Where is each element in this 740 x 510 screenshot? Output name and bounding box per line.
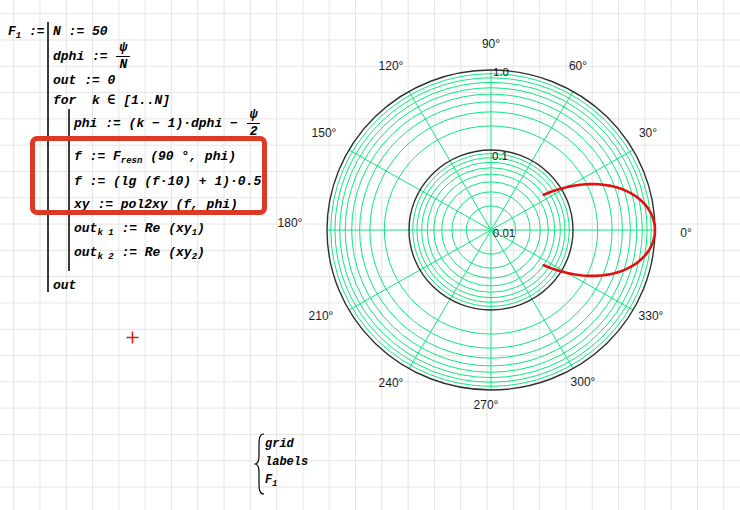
- math-text: := Re (xy: [114, 246, 192, 259]
- math-text: dphi :=: [53, 50, 115, 63]
- program-line-5[interactable]: phi := (k − 1)·dphi − ψ2: [74, 108, 261, 138]
- annotation-highlight-box: [30, 136, 267, 215]
- subscript: 1: [192, 229, 197, 238]
- plot-legend[interactable]: gridlabelsF1: [248, 430, 368, 500]
- math-text: F: [8, 25, 16, 38]
- polar-angle-label: 180°: [278, 216, 303, 230]
- legend-row-3: F1: [265, 472, 277, 488]
- fraction-numerator: ψ: [116, 41, 130, 57]
- polar-radial-label: 0.1: [492, 150, 508, 162]
- math-text: phi := (k − 1)·dphi −: [74, 117, 246, 130]
- math-text: F: [265, 474, 272, 486]
- polar-angle-label: 30°: [639, 126, 657, 140]
- program-name-label[interactable]: F1 :=: [8, 22, 52, 40]
- math-text: ): [197, 222, 205, 235]
- insertion-cursor-cross: [126, 331, 139, 344]
- math-text: out: [74, 246, 97, 259]
- math-text: labels: [265, 456, 308, 468]
- polar-angle-label: 150°: [312, 126, 337, 140]
- legend-row-2: labels: [265, 454, 308, 470]
- fraction-denominator: N: [119, 57, 127, 72]
- math-text: out := 0: [53, 74, 115, 87]
- subscript: 1: [16, 32, 21, 41]
- math-text: :=: [21, 25, 52, 38]
- polar-angle-label: 120°: [379, 59, 404, 73]
- subscript: k 1: [97, 229, 113, 238]
- polar-plot-region[interactable]: 0°30°60°90°120°150°180°210°240°270°300°3…: [270, 10, 732, 442]
- polar-angle-label: 300°: [571, 375, 596, 389]
- math-text: := Re (xy: [114, 222, 192, 235]
- polar-radial-label: 1.0: [493, 66, 509, 78]
- polar-angle-label: 330°: [639, 309, 664, 323]
- polar-angle-label: 90°: [482, 37, 500, 51]
- math-text: grid: [265, 438, 294, 450]
- math-text: out: [53, 279, 76, 292]
- fraction: ψ2: [247, 108, 261, 138]
- fraction-numerator: ψ: [247, 108, 261, 124]
- program-line-3[interactable]: out := 0: [53, 71, 115, 89]
- math-text: ): [197, 246, 205, 259]
- program-line-4[interactable]: for k ∈ [1..N]: [53, 91, 170, 109]
- program-line-9[interactable]: outk 1 := Re (xy1): [74, 219, 205, 237]
- subscript: 2: [192, 253, 197, 262]
- polar-angle-label: 0°: [680, 226, 692, 240]
- math-text: for k ∈ [1..N]: [53, 94, 170, 107]
- polar-angle-label: 240°: [379, 376, 404, 390]
- legend-row-1: grid: [265, 436, 294, 452]
- polar-radial-label: 0.01: [493, 227, 515, 239]
- program-line-10[interactable]: outk 2 := Re (xy2): [74, 243, 205, 261]
- program-line-1[interactable]: N := 50: [53, 22, 108, 40]
- polar-angle-label: 270°: [474, 398, 499, 412]
- math-text: out: [74, 222, 97, 235]
- program-line-11[interactable]: out: [53, 276, 76, 294]
- polar-angle-label: 60°: [569, 59, 587, 73]
- program-line-2[interactable]: dphi := ψN: [53, 41, 131, 71]
- subscript: 1: [272, 480, 277, 489]
- polar-angle-label: 210°: [309, 309, 334, 323]
- math-text: N := 50: [53, 25, 108, 38]
- worksheet-page: { "program": { "label_tokens": [ {"t":"t…: [0, 0, 740, 510]
- fraction: ψN: [116, 41, 130, 71]
- subscript: k 2: [97, 253, 113, 262]
